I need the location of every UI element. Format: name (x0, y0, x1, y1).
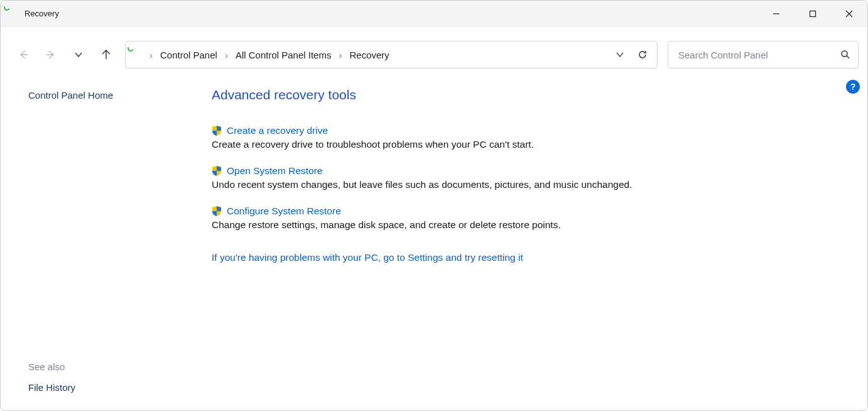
breadcrumb-recovery[interactable]: Recovery (345, 47, 393, 63)
control-panel-icon (131, 49, 144, 60)
navigation-row: › Control Panel › All Control Panel Item… (1, 27, 867, 72)
chevron-right-icon[interactable]: › (336, 50, 344, 60)
svg-line-8 (847, 56, 849, 58)
chevron-right-icon[interactable]: › (222, 50, 231, 60)
uac-shield-icon (212, 206, 222, 217)
create-recovery-drive-link[interactable]: Create a recovery drive (227, 125, 328, 136)
maximize-button[interactable] (795, 1, 831, 26)
close-button[interactable] (831, 1, 867, 26)
refresh-button[interactable] (632, 50, 653, 60)
titlebar: Recovery (1, 1, 867, 27)
help-button[interactable]: ? (846, 80, 860, 94)
tool-desc: Undo recent system changes, but leave fi… (212, 179, 842, 190)
address-dropdown-button[interactable] (609, 50, 631, 59)
history-dropdown-button[interactable] (65, 41, 92, 68)
page-heading: Advanced recovery tools (212, 87, 842, 102)
window-controls (758, 1, 867, 26)
reset-pc-link[interactable]: If you're having problems with your PC, … (212, 252, 842, 263)
breadcrumb-all-items[interactable]: All Control Panel Items (232, 47, 335, 63)
breadcrumb-control-panel[interactable]: Control Panel (156, 47, 221, 63)
search-input[interactable] (677, 49, 839, 61)
sidebar: Control Panel Home See also File History (1, 72, 200, 410)
tool-open-system-restore: Open System Restore Undo recent system c… (212, 165, 842, 190)
tool-desc: Create a recovery drive to troubleshoot … (212, 139, 842, 150)
open-system-restore-link[interactable]: Open System Restore (227, 165, 322, 177)
minimize-button[interactable] (758, 1, 795, 26)
back-button[interactable] (9, 41, 37, 68)
see-also-label: See also (28, 361, 200, 372)
content-body: ? Control Panel Home See also File Histo… (1, 72, 867, 410)
tool-desc: Change restore settings, manage disk spa… (212, 219, 842, 231)
main-content: Advanced recovery tools Create a recover… (200, 72, 867, 410)
search-icon[interactable] (839, 50, 852, 60)
uac-shield-icon (212, 125, 222, 136)
tool-configure-system-restore: Configure System Restore Change restore … (212, 206, 842, 231)
svg-rect-1 (810, 11, 816, 16)
control-panel-app-icon (7, 8, 18, 19)
window-title: Recovery (24, 9, 758, 18)
recovery-window: Recovery (0, 0, 868, 411)
search-box[interactable] (668, 41, 859, 68)
address-bar[interactable]: › Control Panel › All Control Panel Item… (125, 41, 658, 68)
uac-shield-icon (212, 165, 222, 177)
chevron-right-icon[interactable]: › (147, 50, 155, 60)
control-panel-home-link[interactable]: Control Panel Home (28, 90, 200, 101)
forward-button[interactable] (37, 41, 65, 68)
svg-point-7 (842, 51, 847, 57)
file-history-link[interactable]: File History (28, 382, 200, 393)
configure-system-restore-link[interactable]: Configure System Restore (227, 206, 341, 217)
up-button[interactable] (92, 41, 120, 68)
tool-create-recovery-drive: Create a recovery drive Create a recover… (212, 125, 842, 150)
